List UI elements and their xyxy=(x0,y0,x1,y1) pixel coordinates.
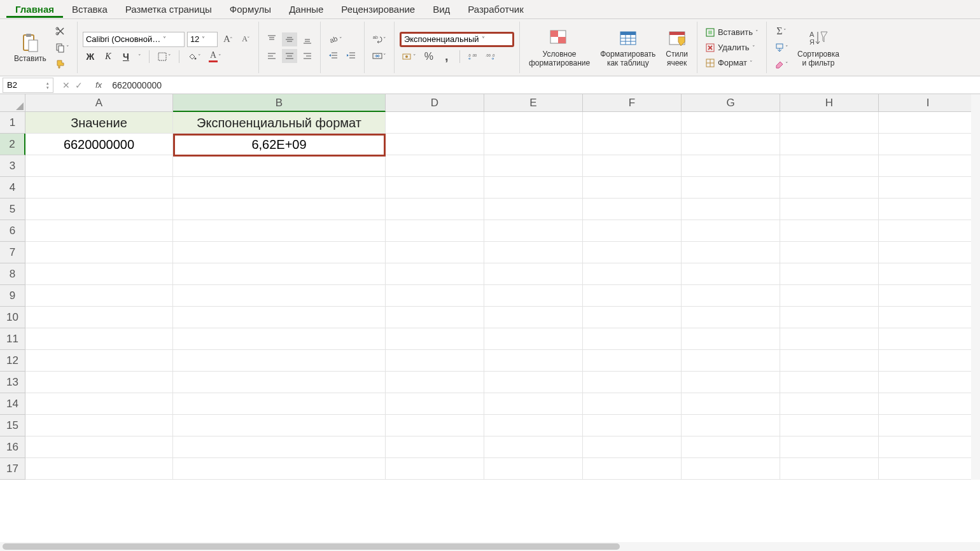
cell[interactable] xyxy=(682,155,780,177)
cell[interactable] xyxy=(879,285,977,307)
hscroll-thumb[interactable] xyxy=(3,543,620,550)
select-all-corner[interactable] xyxy=(0,94,25,112)
cell[interactable] xyxy=(173,415,386,436)
increase-indent-button[interactable] xyxy=(344,49,359,63)
cell[interactable] xyxy=(780,134,879,155)
row-header-12[interactable]: 12 xyxy=(0,350,25,372)
cell[interactable] xyxy=(25,458,173,480)
cell[interactable] xyxy=(386,307,484,328)
cell[interactable] xyxy=(25,436,173,458)
cell[interactable] xyxy=(386,415,484,436)
col-header-E[interactable]: E xyxy=(484,94,583,112)
cell[interactable] xyxy=(25,415,173,436)
cell[interactable] xyxy=(583,350,682,372)
cell[interactable] xyxy=(25,307,173,328)
cell[interactable] xyxy=(879,112,977,134)
decrease-decimal-button[interactable]: .00.0 xyxy=(483,50,498,64)
font-color-button[interactable]: А˅ xyxy=(206,50,224,64)
tab-page-layout[interactable]: Разметка страницы xyxy=(116,1,221,17)
tab-developer[interactable]: Разработчик xyxy=(459,1,532,17)
decrease-indent-button[interactable] xyxy=(326,49,341,63)
autosum-button[interactable]: Σ˅ xyxy=(772,24,791,38)
cell[interactable] xyxy=(583,393,682,415)
cell[interactable] xyxy=(780,393,879,415)
align-top-button[interactable] xyxy=(264,32,279,46)
cell[interactable] xyxy=(173,155,386,177)
align-center-button[interactable] xyxy=(282,49,297,63)
cell[interactable] xyxy=(780,199,879,220)
cell[interactable] xyxy=(780,307,879,328)
row-header-5[interactable]: 5 xyxy=(0,199,25,220)
row-header-17[interactable]: 17 xyxy=(0,458,25,480)
cell[interactable] xyxy=(25,199,173,220)
cell[interactable] xyxy=(583,112,682,134)
row-header-10[interactable]: 10 xyxy=(0,307,25,328)
cell[interactable] xyxy=(780,458,879,480)
row-header-2[interactable]: 2 xyxy=(0,134,25,155)
cell[interactable] xyxy=(780,242,879,263)
cell[interactable] xyxy=(879,415,977,436)
name-box[interactable]: B2 ▴▾ xyxy=(3,78,53,93)
fx-label[interactable]: fx xyxy=(89,80,108,90)
col-header-D[interactable]: D xyxy=(386,94,484,112)
cell[interactable] xyxy=(484,350,583,372)
cell[interactable] xyxy=(780,155,879,177)
cell-B1[interactable]: Экспоненциальный формат xyxy=(173,112,386,134)
tab-home[interactable]: Главная xyxy=(6,1,63,18)
cell[interactable] xyxy=(879,242,977,263)
format-painter-button[interactable] xyxy=(53,57,68,71)
horizontal-scroll[interactable] xyxy=(0,542,980,551)
cell[interactable] xyxy=(25,177,173,199)
formula-input[interactable]: 6620000000 xyxy=(108,80,980,90)
cell[interactable] xyxy=(879,393,977,415)
cell[interactable] xyxy=(173,199,386,220)
cell[interactable] xyxy=(484,285,583,307)
font-name-dropdown[interactable]: Calibri (Основной…˅ xyxy=(83,32,185,47)
cell[interactable] xyxy=(484,328,583,350)
comma-button[interactable]: , xyxy=(439,50,454,64)
cell[interactable] xyxy=(682,328,780,350)
vertical-scroll[interactable] xyxy=(971,94,980,480)
cell[interactable] xyxy=(25,263,173,285)
cut-button[interactable] xyxy=(53,24,68,38)
cell-styles-button[interactable]: Стили ячеек xyxy=(662,27,692,69)
cell[interactable] xyxy=(879,263,977,285)
cell[interactable] xyxy=(25,285,173,307)
row-header-7[interactable]: 7 xyxy=(0,242,25,263)
cell[interactable] xyxy=(386,285,484,307)
cell[interactable] xyxy=(173,242,386,263)
cell[interactable] xyxy=(780,112,879,134)
cell[interactable] xyxy=(583,177,682,199)
cell[interactable] xyxy=(780,328,879,350)
row-header-9[interactable]: 9 xyxy=(0,285,25,307)
cell[interactable] xyxy=(682,307,780,328)
fill-color-button[interactable]: ˅ xyxy=(185,50,204,64)
increase-font-button[interactable]: Aˆ xyxy=(220,32,235,46)
row-header-3[interactable]: 3 xyxy=(0,155,25,177)
cell[interactable] xyxy=(879,436,977,458)
row-header-16[interactable]: 16 xyxy=(0,436,25,458)
cell[interactable] xyxy=(583,436,682,458)
cell[interactable] xyxy=(386,242,484,263)
cell[interactable] xyxy=(682,415,780,436)
cell[interactable] xyxy=(583,242,682,263)
col-header-I[interactable]: I xyxy=(879,94,977,112)
tab-review[interactable]: Рецензирование xyxy=(332,1,424,17)
cell[interactable] xyxy=(682,372,780,393)
copy-button[interactable]: ˅ xyxy=(53,41,72,55)
cell-B2[interactable]: 6,62E+09 xyxy=(173,134,386,155)
cell[interactable] xyxy=(879,220,977,242)
cell[interactable] xyxy=(484,199,583,220)
cell[interactable] xyxy=(386,458,484,480)
cell[interactable] xyxy=(682,220,780,242)
align-middle-button[interactable] xyxy=(282,32,297,46)
underline-more-button[interactable]: ˅ xyxy=(136,50,144,64)
col-header-F[interactable]: F xyxy=(583,94,682,112)
cell[interactable] xyxy=(583,415,682,436)
cell[interactable] xyxy=(386,350,484,372)
cell[interactable] xyxy=(682,134,780,155)
cell[interactable] xyxy=(583,285,682,307)
col-header-G[interactable]: G xyxy=(682,94,780,112)
cell[interactable] xyxy=(484,155,583,177)
increase-decimal-button[interactable]: .0.00 xyxy=(465,50,480,64)
